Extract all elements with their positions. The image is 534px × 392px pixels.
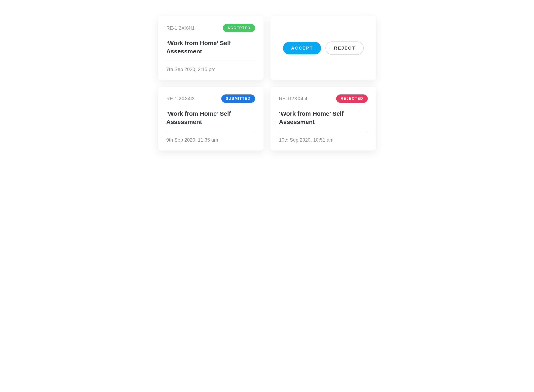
- card-header: RE-1I2XX4I3 SUBMITTED: [166, 94, 255, 103]
- request-reference: RE-1I2XX4I4: [279, 96, 307, 102]
- card-header: RE-1I2XX4I4 REJECTED: [279, 94, 368, 103]
- accept-button[interactable]: ACCEPT: [283, 42, 321, 54]
- request-reference: RE-1I2XX4I3: [166, 96, 195, 102]
- request-card[interactable]: RE-1I2XX4I3 SUBMITTED ‘Work from Home’ S…: [158, 87, 264, 150]
- request-title: ‘Work from Home’ Self Assessment: [166, 39, 255, 56]
- request-card[interactable]: RE-1I2XX4I4 REJECTED ‘Work from Home’ Se…: [270, 87, 376, 150]
- status-badge: REJECTED: [336, 94, 368, 103]
- request-reference: RE-1I2XX4I1: [166, 25, 195, 31]
- card-header: RE-1I2XX4I1 ACCEPTED: [166, 24, 255, 32]
- action-card: ACCEPT REJECT: [270, 16, 376, 80]
- request-timestamp: 7th Sep 2020, 2:15 pm: [166, 66, 255, 72]
- reject-button[interactable]: REJECT: [325, 42, 364, 55]
- card-grid: RE-1I2XX4I1 ACCEPTED ‘Work from Home’ Se…: [158, 16, 376, 150]
- divider: [166, 132, 255, 132]
- request-card[interactable]: RE-1I2XX4I1 ACCEPTED ‘Work from Home’ Se…: [158, 16, 264, 80]
- status-badge: SUBMITTED: [221, 94, 255, 103]
- divider: [166, 61, 255, 61]
- request-timestamp: 9th Sep 2020, 11:35 am: [166, 137, 255, 143]
- request-title: ‘Work from Home’ Self Assessment: [166, 110, 255, 126]
- status-badge: ACCEPTED: [223, 24, 255, 32]
- request-timestamp: 10th Sep 2020, 10:51 am: [279, 137, 368, 143]
- divider: [279, 132, 368, 132]
- request-title: ‘Work from Home’ Self Assessment: [279, 110, 368, 126]
